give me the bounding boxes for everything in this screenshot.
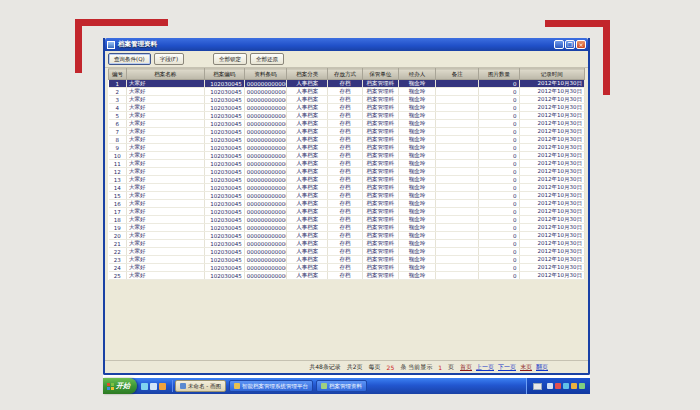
column-header-5[interactable]: 存放方式 — [328, 69, 362, 80]
goto-page-link[interactable]: 翻页 — [536, 363, 548, 372]
table-row[interactable]: 16大家好102030045000000000000078人事档案存档档案管理科… — [109, 200, 585, 208]
table-cell: 人事档案 — [287, 240, 328, 248]
table-row[interactable]: 22大家好102030045000000000000084人事档案存档档案管理科… — [109, 248, 585, 256]
table-cell: 存档 — [328, 272, 362, 280]
table-cell: 14 — [109, 184, 127, 192]
table-row[interactable]: 2大家好102030045000000000000064人事档案存档档案管理科鞠… — [109, 88, 585, 96]
table-cell — [436, 104, 479, 112]
table-cell: 存档 — [328, 264, 362, 272]
tray-update-icon[interactable] — [571, 383, 577, 389]
table-row[interactable]: 12大家好102030045000000000000074人事档案存档档案管理科… — [109, 168, 585, 176]
table-cell: 大家好 — [127, 112, 204, 120]
column-header-10[interactable]: 记录时间 — [519, 69, 584, 80]
query-condition-button[interactable]: 查询条件(Q) — [108, 53, 151, 65]
last-page-link[interactable]: 末页 — [520, 363, 532, 372]
table-cell: 102030045 — [204, 248, 244, 256]
table-row[interactable]: 1大家好102030045000000000000063人事档案存档档案管理科鞠… — [109, 80, 585, 88]
table-cell — [436, 208, 479, 216]
task-button-archive-system[interactable]: 智能档案管理系统管理平台 — [229, 380, 313, 392]
table-row[interactable]: 3大家好102030045000000000000065人事档案存档档案管理科鞠… — [109, 96, 585, 104]
column-header-3[interactable]: 资料条码 — [244, 69, 286, 80]
table-cell: 人事档案 — [287, 232, 328, 240]
column-header-0[interactable]: 编号 — [109, 69, 127, 80]
table-cell: 人事档案 — [287, 200, 328, 208]
task-button-paint[interactable]: 未命名 - 画图 — [175, 380, 226, 392]
start-button[interactable]: 开始 — [103, 378, 137, 394]
windows-logo-icon — [107, 383, 114, 390]
quicklaunch-media-icon[interactable] — [159, 383, 166, 390]
column-header-1[interactable]: 档案名称 — [127, 69, 204, 80]
close-button[interactable]: × — [576, 40, 586, 49]
table-row[interactable]: 21大家好102030045000000000000083人事档案存档档案管理科… — [109, 240, 585, 248]
first-page-link[interactable]: 首页 — [460, 363, 472, 372]
table-cell: 鞠金玲 — [398, 128, 435, 136]
table-row[interactable]: 9大家好102030045000000000000071人事档案存档档案管理科鞠… — [109, 144, 585, 152]
table-cell — [436, 256, 479, 264]
tray-network-icon[interactable] — [563, 383, 569, 389]
tray-antivirus-icon[interactable] — [555, 383, 561, 389]
table-cell: 0 — [479, 160, 519, 168]
table-cell: 000000000000082 — [244, 232, 286, 240]
table-row[interactable]: 25大家好102030045000000000000087人事档案存档档案管理科… — [109, 272, 585, 280]
table-row[interactable]: 8大家好102030045000000000000070人事档案存档档案管理科鞠… — [109, 136, 585, 144]
column-header-4[interactable]: 档案分类 — [287, 69, 328, 80]
next-page-link[interactable]: 下一页 — [498, 363, 516, 372]
column-header-9[interactable]: 图片数量 — [479, 69, 519, 80]
table-row[interactable]: 13大家好102030045000000000000075人事档案存档档案管理科… — [109, 176, 585, 184]
prev-page-link[interactable]: 上一页 — [476, 363, 494, 372]
table-cell: 000000000000074 — [244, 168, 286, 176]
table-row[interactable]: 15大家好102030045000000000000077人事档案存档档案管理科… — [109, 192, 585, 200]
tray-messenger-icon[interactable] — [579, 383, 585, 389]
table-row[interactable]: 18大家好102030045000000000000080人事档案存档档案管理科… — [109, 216, 585, 224]
table-cell: 102030045 — [204, 176, 244, 184]
table-cell: 0 — [479, 272, 519, 280]
table-row[interactable]: 5大家好102030045000000000000067人事档案存档档案管理科鞠… — [109, 112, 585, 120]
table-cell: 2012年10月30日 — [519, 144, 584, 152]
table-cell: 档案管理科 — [362, 208, 398, 216]
restore-all-button[interactable]: 全部还原 — [250, 53, 284, 65]
task-button-archive-data[interactable]: 档案管理资料 — [316, 380, 367, 392]
lock-all-button[interactable]: 全部锁定 — [213, 53, 247, 65]
quicklaunch-ie-icon[interactable] — [141, 383, 148, 390]
maximize-button[interactable]: ❐ — [565, 40, 575, 49]
column-header-7[interactable]: 经办人 — [398, 69, 435, 80]
table-row[interactable]: 17大家好102030045000000000000079人事档案存档档案管理科… — [109, 208, 585, 216]
table-cell — [436, 160, 479, 168]
table-cell: 存档 — [328, 112, 362, 120]
table-cell: 102030045 — [204, 120, 244, 128]
table-cell: 102030045 — [204, 256, 244, 264]
table-cell: 档案管理科 — [362, 256, 398, 264]
table-cell: 存档 — [328, 248, 362, 256]
column-header-2[interactable]: 档案编码 — [204, 69, 244, 80]
quicklaunch-desktop-icon[interactable] — [150, 383, 157, 390]
table-cell: 0 — [479, 128, 519, 136]
table-row[interactable]: 7大家好102030045000000000000069人事档案存档档案管理科鞠… — [109, 128, 585, 136]
table-cell: 000000000000077 — [244, 192, 286, 200]
table-row[interactable]: 10大家好102030045000000000000072人事档案存档档案管理科… — [109, 152, 585, 160]
table-cell: 2012年10月30日 — [519, 80, 584, 88]
table-cell: 大家好 — [127, 184, 204, 192]
archive-window: 档案管理资料 _ ❐ × 查询条件(Q)字段(F)全部锁定全部还原 编号档案名称… — [103, 38, 590, 375]
table-cell — [436, 192, 479, 200]
table-cell: 档案管理科 — [362, 112, 398, 120]
desktop-screenshot: 档案管理资料 _ ❐ × 查询条件(Q)字段(F)全部锁定全部还原 编号档案名称… — [103, 38, 590, 394]
table-row[interactable]: 6大家好102030045000000000000068人事档案存档档案管理科鞠… — [109, 120, 585, 128]
minimize-button[interactable]: _ — [554, 40, 564, 49]
table-cell — [436, 224, 479, 232]
table-row[interactable]: 11大家好102030045000000000000073人事档案存档档案管理科… — [109, 160, 585, 168]
table-row[interactable]: 20大家好102030045000000000000082人事档案存档档案管理科… — [109, 232, 585, 240]
column-header-8[interactable]: 备注 — [436, 69, 479, 80]
tray-language-icon[interactable] — [533, 383, 542, 390]
table-cell: 2012年10月30日 — [519, 152, 584, 160]
table-row[interactable]: 14大家好102030045000000000000076人事档案存档档案管理科… — [109, 184, 585, 192]
table-row[interactable]: 19大家好102030045000000000000081人事档案存档档案管理科… — [109, 224, 585, 232]
table-row[interactable]: 24大家好102030045000000000000086人事档案存档档案管理科… — [109, 264, 585, 272]
field-button[interactable]: 字段(F) — [154, 53, 184, 65]
table-cell: 人事档案 — [287, 272, 328, 280]
table-row[interactable]: 23大家好102030045000000000000085人事档案存档档案管理科… — [109, 256, 585, 264]
tray-volume-icon[interactable] — [547, 383, 553, 389]
column-header-6[interactable]: 保管单位 — [362, 69, 398, 80]
table-cell: 19 — [109, 224, 127, 232]
table-row[interactable]: 4大家好102030045000000000000066人事档案存档档案管理科鞠… — [109, 104, 585, 112]
table-cell: 鞠金玲 — [398, 184, 435, 192]
